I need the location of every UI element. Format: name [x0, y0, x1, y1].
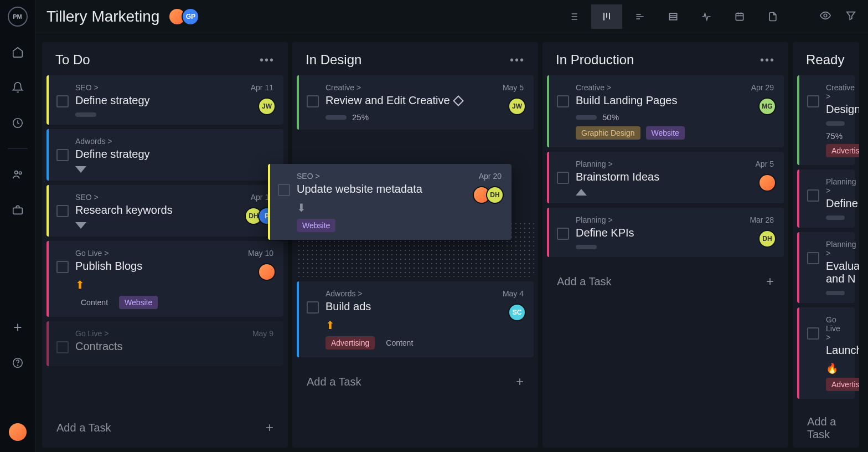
- task-card[interactable]: Go Live > Launch 🔥 Advertising: [797, 307, 855, 399]
- tag[interactable]: Advertising: [826, 144, 859, 157]
- task-title: Brainstorm Ideas: [576, 171, 774, 183]
- task-card[interactable]: Planning > Define KPIs Mar 28 DH: [547, 208, 784, 257]
- files-view-tab[interactable]: [757, 4, 788, 29]
- help-icon[interactable]: [8, 353, 28, 373]
- task-checkbox[interactable]: [56, 261, 69, 273]
- progress-bar: [826, 121, 845, 126]
- column-header: Ready: [793, 42, 859, 75]
- tag[interactable]: Advertising: [326, 336, 375, 350]
- tag[interactable]: Advertising: [826, 378, 859, 391]
- column-menu-icon[interactable]: •••: [510, 54, 525, 66]
- avatar[interactable]: JW: [258, 97, 276, 115]
- list-view-tab[interactable]: [558, 4, 589, 29]
- tag[interactable]: Website: [297, 219, 335, 232]
- home-icon[interactable]: [8, 42, 28, 62]
- column-body[interactable]: Creative > Build Landing Pages 50% Graph…: [542, 75, 788, 448]
- task-category: Creative >: [826, 83, 845, 101]
- activity-view-tab[interactable]: [691, 4, 722, 29]
- task-card[interactable]: SEO > Define strategy Apr 11 JW: [46, 75, 283, 125]
- task-checkbox[interactable]: [807, 327, 819, 340]
- avatar[interactable]: DH: [486, 186, 504, 204]
- bell-icon[interactable]: [8, 78, 28, 97]
- task-checkbox[interactable]: [307, 301, 319, 314]
- avatar[interactable]: [258, 263, 276, 281]
- timeline-view-tab[interactable]: [624, 4, 655, 29]
- app-logo[interactable]: PM: [8, 7, 28, 27]
- avatar[interactable]: [758, 174, 776, 192]
- tag[interactable]: Graphic Design: [576, 126, 640, 140]
- task-date: Apr 11: [251, 83, 273, 92]
- avatar[interactable]: SC: [508, 304, 526, 321]
- svg-rect-6: [669, 13, 676, 20]
- task-date: May 9: [252, 329, 273, 338]
- task-checkbox[interactable]: [56, 95, 69, 107]
- avatar[interactable]: DH: [758, 230, 776, 248]
- svg-rect-3: [13, 208, 22, 214]
- avatar[interactable]: JW: [508, 97, 526, 115]
- briefcase-icon[interactable]: [8, 200, 28, 220]
- table-view-tab[interactable]: [658, 4, 689, 29]
- column-body[interactable]: Creative > Design 75% Advertising Planni…: [793, 75, 859, 448]
- priority-low-icon: [75, 222, 86, 229]
- progress-text: 25%: [352, 112, 369, 122]
- tag[interactable]: Content: [380, 336, 418, 350]
- task-card[interactable]: Creative > Build Landing Pages 50% Graph…: [547, 75, 784, 147]
- task-checkbox[interactable]: [307, 95, 319, 107]
- tag[interactable]: Website: [646, 126, 685, 140]
- task-checkbox[interactable]: [807, 189, 819, 202]
- column-menu-icon[interactable]: •••: [760, 54, 775, 66]
- task-card[interactable]: Planning > Define: [797, 170, 855, 228]
- task-card[interactable]: Creative > Review and Edit Creative 25% …: [297, 75, 534, 130]
- task-date: Apr 5: [756, 160, 774, 168]
- team-icon[interactable]: [8, 165, 28, 184]
- dragging-card[interactable]: SEO > Update website metadata ⬇ Website …: [268, 164, 512, 240]
- column-body[interactable]: Creative > Review and Edit Creative 25% …: [292, 75, 538, 448]
- task-card[interactable]: Creative > Design 75% Advertising: [797, 75, 855, 165]
- add-icon[interactable]: [8, 317, 28, 337]
- add-task-button[interactable]: Add a Task +: [297, 366, 534, 397]
- task-checkbox[interactable]: [56, 149, 69, 161]
- task-card[interactable]: Planning > Evaluate and N: [797, 232, 855, 303]
- task-card[interactable]: Adwords > Build ads ⬆ Advertising Conten…: [297, 281, 534, 357]
- task-checkbox[interactable]: [557, 172, 569, 184]
- task-title: Build Landing Pages: [576, 94, 774, 107]
- header-avatar-group[interactable]: GP: [173, 8, 199, 25]
- tag[interactable]: Website: [119, 296, 158, 309]
- task-category: Go Live >: [75, 249, 273, 258]
- add-task-button[interactable]: Add a Task: [797, 408, 855, 448]
- task-checkbox[interactable]: [807, 95, 819, 107]
- task-card[interactable]: SEO > Research keywords Apr 13 DH P: [46, 185, 283, 237]
- column-todo: To Do ••• SEO > Define strategy Apr 11 J…: [42, 42, 288, 448]
- clock-icon[interactable]: [8, 113, 28, 133]
- task-checkbox[interactable]: [56, 205, 69, 217]
- board-view-tab[interactable]: [591, 4, 622, 29]
- task-card[interactable]: Adwords > Define strategy: [46, 129, 283, 181]
- avatar[interactable]: MG: [758, 97, 776, 115]
- task-title: Define: [826, 197, 845, 210]
- task-checkbox[interactable]: [557, 95, 569, 107]
- tag[interactable]: Content: [75, 296, 113, 309]
- task-category: Planning >: [576, 215, 774, 224]
- calendar-view-tab[interactable]: [724, 4, 755, 29]
- column-body[interactable]: SEO > Define strategy Apr 11 JW Adwords …: [42, 75, 288, 408]
- filter-icon[interactable]: [845, 9, 857, 24]
- add-task-button[interactable]: Add a Task +: [46, 412, 283, 443]
- task-date: May 4: [503, 289, 524, 298]
- priority-low-icon: [75, 166, 86, 173]
- column-menu-icon[interactable]: •••: [260, 54, 275, 66]
- task-category: Creative >: [576, 83, 774, 92]
- avatar[interactable]: GP: [182, 8, 199, 25]
- user-avatar[interactable]: [9, 423, 27, 441]
- task-card[interactable]: Planning > Brainstorm Ideas Apr 5: [547, 152, 784, 203]
- task-card[interactable]: Go Live > Contracts May 9: [46, 321, 283, 366]
- kanban-board[interactable]: To Do ••• SEO > Define strategy Apr 11 J…: [35, 33, 868, 452]
- add-task-button[interactable]: Add a Task +: [547, 266, 784, 297]
- task-checkbox[interactable]: [56, 341, 69, 353]
- plus-icon: +: [266, 420, 273, 435]
- task-card[interactable]: Go Live > Publish Blogs ⬆ Content Websit…: [46, 241, 283, 317]
- task-checkbox[interactable]: [557, 228, 569, 240]
- priority-high-icon: ⬆: [326, 319, 335, 332]
- task-checkbox[interactable]: [278, 184, 290, 196]
- eye-icon[interactable]: [819, 9, 831, 24]
- task-checkbox[interactable]: [807, 252, 819, 264]
